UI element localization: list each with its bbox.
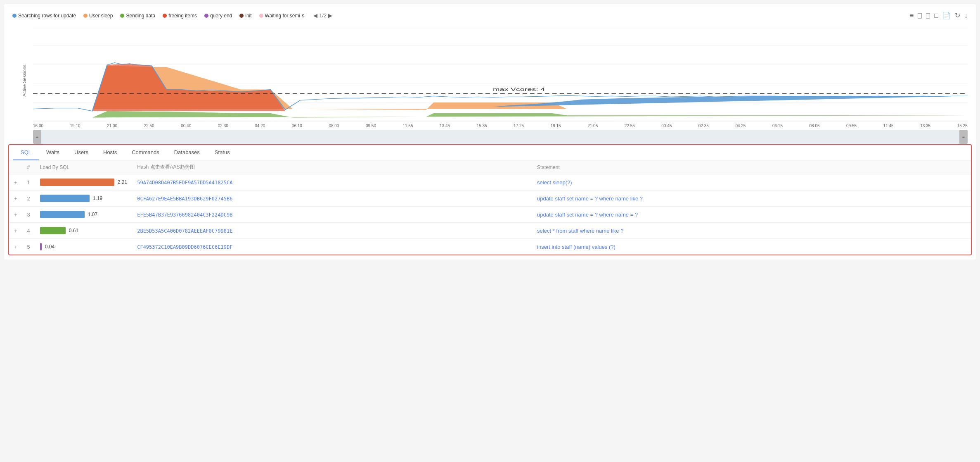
statement-text-2: update staff set name = ? where name lik…	[537, 195, 643, 202]
table-row: + 5 0.04 CF495372C10EA9B09DD6076CEC6E19D…	[9, 239, 971, 255]
hash-link-4[interactable]: 2BE5D53A5C406D0782AEEEAF0C79981E	[137, 228, 232, 234]
statement-cell-4: select * from staff where name like ?	[532, 223, 971, 239]
refresh-icon[interactable]: ↻	[955, 12, 960, 19]
legend-waiting: Waiting for semi-s	[259, 13, 305, 19]
statement-text-1: select sleep(?)	[537, 179, 572, 186]
load-bar-cell-1: 2.21	[35, 174, 132, 191]
load-bar-wrap-2: 1.19	[40, 195, 127, 202]
load-val-2: 1.19	[93, 195, 102, 201]
load-val-5: 0.04	[45, 244, 54, 250]
legend-init: init	[239, 13, 251, 19]
crop-right-icon[interactable]: □	[934, 12, 938, 19]
table-row: + 3 1.07 EFE5B47B37E93766982404C3F224DC9…	[9, 207, 971, 223]
legend-label-sending-data: Sending data	[126, 13, 155, 19]
col-hash: Hash 点击查看AAS趋势图	[132, 160, 532, 174]
tab-commands[interactable]: Commands	[124, 145, 166, 160]
hash-link-5[interactable]: CF495372C10EA9B09DD6076CEC6E19DF	[137, 244, 232, 250]
row-expand-4[interactable]: +	[9, 223, 22, 239]
y-axis-label: Active Sessions	[22, 64, 27, 97]
load-val-4: 0.61	[69, 228, 78, 233]
row-expand-5[interactable]: +	[9, 239, 22, 255]
col-num: #	[22, 160, 35, 174]
legend-freeing-items: freeing items	[163, 13, 197, 19]
main-container: Searching rows for update User sleep Sen…	[4, 4, 976, 260]
layers-icon[interactable]: ≡	[910, 12, 914, 19]
load-bar-cell-5: 0.04	[35, 239, 132, 255]
legend-dot-sending-data	[120, 14, 124, 18]
legend-label-waiting: Waiting for semi-s	[265, 13, 305, 19]
load-bar-cell-2: 1.19	[35, 191, 132, 207]
row-num-2: 2	[22, 191, 35, 207]
download-icon[interactable]: ↓	[964, 12, 968, 19]
row-expand-1[interactable]: +	[9, 174, 22, 191]
legend-searching-rows: Searching rows for update	[12, 13, 76, 19]
statement-text-4: select * from staff where name like ?	[537, 228, 623, 234]
legend-dot-waiting	[259, 14, 263, 18]
minimap-handle-left[interactable]: =	[33, 130, 41, 144]
legend-label-query-end: query end	[210, 13, 232, 19]
hash-link-1[interactable]: 59A74D08D407B5EDF9A57DD5A41825CA	[137, 180, 232, 186]
minimap[interactable]: = =	[33, 130, 968, 144]
row-num-1: 1	[22, 174, 35, 191]
grid-icon[interactable]: ⎕	[918, 12, 922, 19]
row-expand-3[interactable]: +	[9, 207, 22, 223]
legend-dot-query-end	[204, 14, 208, 18]
load-bar-5	[40, 243, 42, 250]
load-bar-wrap-3: 1.07	[40, 211, 127, 218]
tab-databases[interactable]: Databases	[167, 145, 207, 160]
crop-left-icon[interactable]: ⎕	[926, 12, 930, 19]
row-num-3: 3	[22, 207, 35, 223]
legend-dot-init	[239, 14, 244, 18]
tab-bar: SQL Waits Users Hosts Commands Databases…	[9, 145, 971, 160]
hash-link-3[interactable]: EFE5B47B37E93766982404C3F224DC9B	[137, 212, 232, 218]
table-row: + 2 1.19 0CFA627E9E4E5BBA193DB629F02745B…	[9, 191, 971, 207]
hash-cell-4: 2BE5D53A5C406D0782AEEEAF0C79981E	[132, 223, 532, 239]
bottom-panel: SQL Waits Users Hosts Commands Databases…	[8, 144, 972, 255]
row-expand-2[interactable]: +	[9, 191, 22, 207]
table-row: + 4 0.61 2BE5D53A5C406D0782AEEEAF0C79981…	[9, 223, 971, 239]
tab-sql[interactable]: SQL	[13, 145, 39, 160]
statement-text-5: insert into staff (name) values (?)	[537, 244, 615, 250]
chart-area: 15 12 9 6 3 0 max Vcores: 4	[33, 27, 968, 122]
row-num-5: 5	[22, 239, 35, 255]
chart-svg: 15 12 9 6 3 0 max Vcores: 4	[33, 27, 968, 122]
statement-cell-1: select sleep(?)	[532, 174, 971, 191]
hash-cell-2: 0CFA627E9E4E5BBA193DB629F02745B6	[132, 191, 532, 207]
legend-label-init: init	[245, 13, 251, 19]
tab-status[interactable]: Status	[207, 145, 237, 160]
legend-dot-searching	[12, 14, 17, 18]
load-bar-wrap-4: 0.61	[40, 227, 127, 234]
legend-dot-user-sleep	[83, 14, 88, 18]
legend-label-user-sleep: User sleep	[89, 13, 113, 19]
toolbar-icons: ≡ ⎕ ⎕ □ 📄 ↻ ↓	[910, 12, 968, 19]
table-row: + 1 2.21 59A74D08D407B5EDF9A57DD5A41825C…	[9, 174, 971, 191]
load-bar-cell-3: 1.07	[35, 207, 132, 223]
col-statement: Statement	[532, 160, 971, 174]
load-val-1: 2.21	[118, 179, 127, 185]
tab-hosts[interactable]: Hosts	[96, 145, 124, 160]
minimap-handle-right[interactable]: =	[959, 130, 968, 144]
load-bar-2	[40, 195, 90, 202]
legend-query-end: query end	[204, 13, 232, 19]
legend-label-searching: Searching rows for update	[18, 13, 76, 19]
legend-dot-freeing-items	[163, 14, 167, 18]
tab-waits[interactable]: Waits	[39, 145, 67, 160]
tab-users[interactable]: Users	[67, 145, 96, 160]
hash-cell-3: EFE5B47B37E93766982404C3F224DC9B	[132, 207, 532, 223]
load-bar-cell-4: 0.61	[35, 223, 132, 239]
chart-legend: Searching rows for update User sleep Sen…	[8, 8, 972, 23]
row-num-4: 4	[22, 223, 35, 239]
statement-text-3: update staff set name = ? where name = ?	[537, 212, 638, 218]
x-axis-labels: 16:00 19:10 21:00 22:50 00:40 02:30 04:2…	[33, 122, 968, 128]
load-bar-3	[40, 211, 85, 218]
hash-link-2[interactable]: 0CFA627E9E4E5BBA193DB629F02745B6	[137, 196, 232, 202]
prev-page-icon[interactable]: ◀	[313, 12, 317, 19]
file-icon[interactable]: 📄	[942, 12, 951, 19]
legend-user-sleep: User sleep	[83, 13, 113, 19]
load-bar-wrap-5: 0.04	[40, 243, 127, 250]
next-page-icon[interactable]: ▶	[328, 12, 332, 19]
chart-container: Active Sessions 15 12 9 6 3 0	[8, 23, 972, 138]
chart-annotation: max Vcores: 4	[493, 86, 545, 92]
load-bar-4	[40, 227, 66, 234]
hash-cell-1: 59A74D08D407B5EDF9A57DD5A41825CA	[132, 174, 532, 191]
